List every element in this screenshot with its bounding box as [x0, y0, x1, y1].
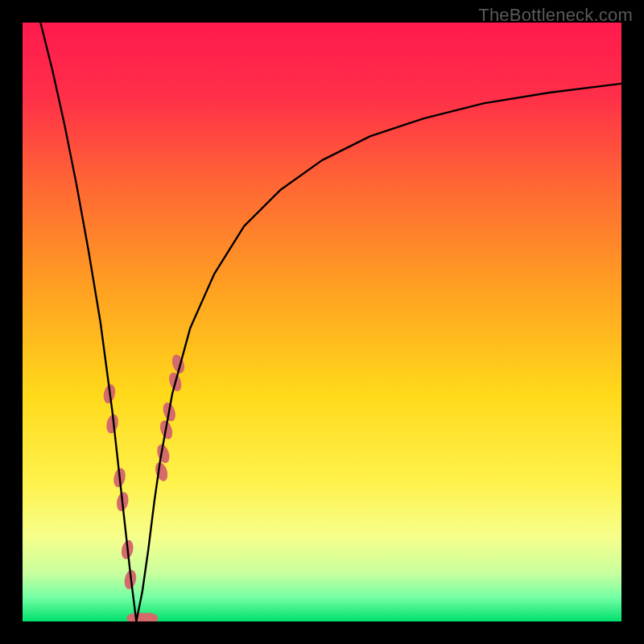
- plot-area: [23, 23, 621, 621]
- outer-frame: TheBottleneck.com: [0, 0, 644, 644]
- curve-layer: [23, 23, 621, 621]
- watermark-text: TheBottleneck.com: [478, 5, 633, 26]
- marker-point: [153, 460, 170, 482]
- bottleneck-curve: [40, 23, 621, 621]
